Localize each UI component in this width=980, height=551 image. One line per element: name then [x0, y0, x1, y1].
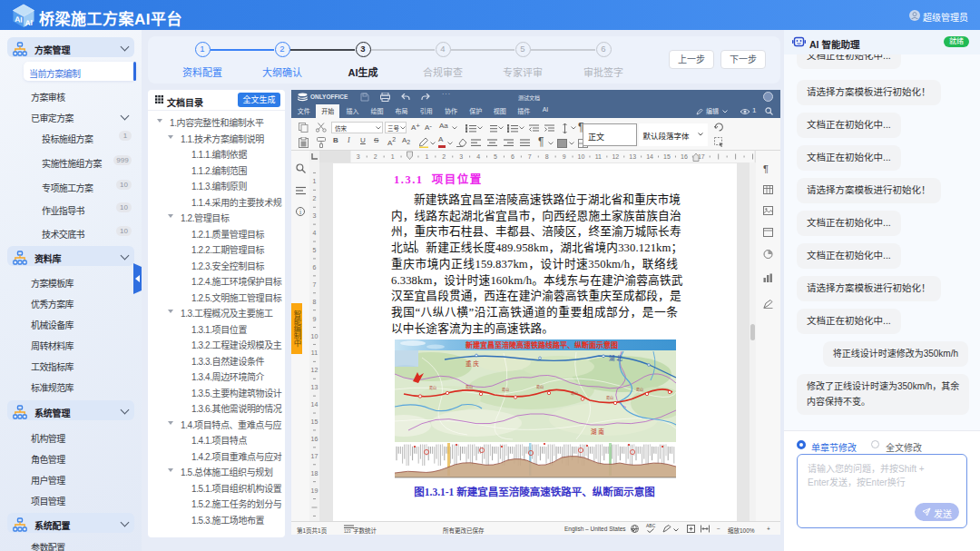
svg-text:易山: 易山	[571, 390, 578, 396]
svg-text:6: 6	[511, 153, 514, 160]
svg-text:8: 8	[545, 153, 549, 160]
svg-text:易山: 易山	[466, 384, 473, 389]
svg-text:6: 6	[313, 264, 317, 271]
svg-text:1: 1	[425, 153, 428, 160]
svg-text:3: 3	[357, 153, 360, 160]
svg-text:重 庆: 重 庆	[466, 359, 479, 368]
svg-text:湖 南: 湖 南	[591, 428, 604, 436]
svg-text:12: 12	[612, 153, 619, 160]
svg-text:AI: AI	[25, 18, 33, 28]
svg-text:13: 13	[629, 153, 636, 160]
svg-text:2: 2	[442, 153, 446, 160]
svg-text:易山: 易山	[636, 387, 643, 392]
svg-text:15: 15	[663, 153, 671, 160]
svg-text:16: 16	[311, 436, 318, 442]
svg-text:18: 18	[311, 470, 318, 477]
svg-text:123: 123	[344, 529, 351, 533]
svg-text:16: 16	[681, 153, 688, 160]
svg-text:12: 12	[311, 367, 318, 373]
svg-text:9: 9	[313, 316, 317, 322]
svg-text:4: 4	[476, 153, 480, 160]
svg-text:14: 14	[311, 401, 318, 408]
svg-text:3: 3	[459, 153, 463, 160]
svg-text:4: 4	[313, 230, 317, 236]
svg-text:11: 11	[311, 349, 318, 356]
svg-text:11: 11	[595, 153, 602, 160]
svg-text:易山: 易山	[536, 384, 544, 389]
svg-text:7: 7	[313, 281, 317, 288]
svg-text:10: 10	[311, 333, 318, 339]
svg-text:易山: 易山	[606, 395, 613, 400]
svg-text:10: 10	[578, 153, 585, 160]
svg-text:17: 17	[311, 453, 318, 459]
svg-text:8: 8	[313, 299, 317, 305]
svg-text:7: 7	[528, 153, 532, 160]
svg-text:19: 19	[311, 487, 318, 494]
svg-text:15: 15	[311, 418, 318, 425]
svg-text:湖 北: 湖 北	[609, 354, 622, 362]
svg-text:易山: 易山	[429, 385, 436, 390]
svg-text:5: 5	[494, 153, 497, 160]
svg-text:1: 1	[391, 153, 395, 160]
svg-text:新建宜昌至涪陵高速铁路线路平、纵断面示意图: 新建宜昌至涪陵高速铁路线路平、纵断面示意图	[466, 340, 618, 349]
svg-text:易山: 易山	[502, 387, 509, 392]
svg-text:AI: AI	[15, 15, 22, 25]
svg-text:13: 13	[311, 384, 318, 390]
svg-text:1: 1	[313, 178, 317, 184]
svg-text:2: 2	[313, 195, 317, 202]
svg-text:5: 5	[313, 247, 317, 253]
svg-text:3: 3	[313, 212, 317, 219]
svg-text:9: 9	[563, 153, 566, 160]
svg-text:14: 14	[646, 153, 653, 160]
svg-text:2: 2	[374, 153, 377, 160]
